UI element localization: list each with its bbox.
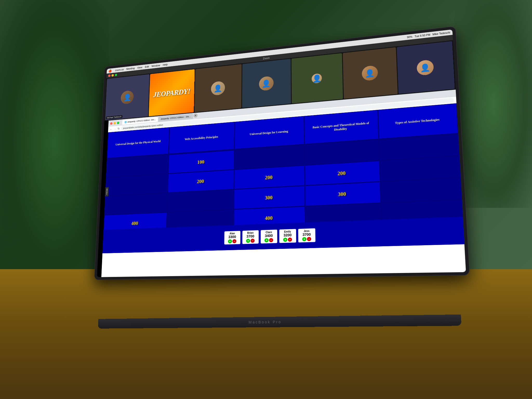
score-value: 3700 bbox=[244, 234, 257, 238]
laptop: 🍎 zoom.us Meeting View Edit Window Help … bbox=[78, 31, 468, 343]
score-plus-button[interactable]: + bbox=[302, 237, 306, 241]
menubar-app-name[interactable]: zoom.us bbox=[115, 68, 124, 72]
jeopardy-cell[interactable]: 200 bbox=[234, 165, 305, 189]
score-buttons: + − bbox=[244, 238, 257, 243]
laptop-brand-text: MacBook Pro bbox=[98, 315, 462, 329]
menubar-meeting[interactable]: Meeting bbox=[126, 67, 135, 70]
jeopardy-cell[interactable]: 200 bbox=[168, 170, 234, 193]
participant-tile bbox=[242, 59, 291, 108]
chrome-close-button[interactable] bbox=[110, 122, 112, 125]
menu-tab[interactable]: MENU bbox=[105, 187, 109, 196]
chrome-tab-label: 🌐 Jeopardy: CPACC Edition: Jeo... bbox=[124, 118, 156, 123]
new-tab-button[interactable]: + bbox=[193, 113, 197, 118]
maximize-button[interactable] bbox=[115, 74, 117, 76]
zoom-title: Zoom bbox=[263, 56, 270, 60]
score-value: 3700 bbox=[300, 232, 314, 237]
score-minus-button[interactable]: − bbox=[251, 238, 255, 243]
score-plus-button[interactable]: + bbox=[246, 239, 250, 243]
jeopardy-cell-value: 400 bbox=[265, 215, 272, 221]
category-cell-4: Basic Concepts and Theoretical Models of… bbox=[304, 110, 379, 144]
participant-avatar bbox=[312, 73, 322, 84]
category-cell-2: Web Accessibility Principles bbox=[169, 122, 235, 154]
jeopardy-cell-value: 200 bbox=[265, 174, 272, 180]
score-card: Brian 3700 + − bbox=[242, 230, 258, 244]
jeopardy-cell[interactable] bbox=[105, 174, 168, 196]
score-value: 3300 bbox=[226, 235, 239, 239]
jeopardy-cell[interactable]: 200 bbox=[304, 161, 380, 185]
participant-tile bbox=[291, 53, 343, 103]
laptop-bezel: 🍎 zoom.us Meeting View Edit Window Help … bbox=[94, 26, 470, 280]
jeopardy-cell-value: 100 bbox=[197, 159, 204, 165]
jeopardy-cell-value: 300 bbox=[265, 195, 272, 201]
chrome-minimize-button[interactable] bbox=[114, 122, 116, 124]
score-plus-button[interactable]: + bbox=[228, 239, 232, 243]
jeopardy-cell-value: 200 bbox=[197, 178, 204, 184]
clock: Tue 6:50 PM bbox=[415, 33, 430, 38]
menubar-view[interactable]: View bbox=[137, 66, 142, 69]
menubar-help[interactable]: Help bbox=[163, 63, 168, 66]
jeopardy-cell[interactable] bbox=[380, 177, 462, 203]
forward-button[interactable]: → bbox=[114, 127, 116, 131]
category-cell-3: Universal Design for Learning bbox=[234, 116, 304, 149]
score-value: 3200 bbox=[281, 233, 295, 237]
chrome-tab-label-2: Jeopardy: CPACC Edition – Dis... bbox=[161, 115, 191, 120]
jeopardy-cell[interactable] bbox=[104, 193, 168, 215]
participant-avatar bbox=[259, 76, 274, 91]
participant-name: Michael Tedeschi bbox=[106, 115, 122, 119]
score-card: Emily 3200 + − bbox=[279, 229, 296, 243]
chrome-maximize-button[interactable] bbox=[117, 122, 119, 124]
reload-button[interactable]: ↻ bbox=[117, 127, 120, 130]
score-buttons: + − bbox=[300, 237, 314, 241]
participant-avatar bbox=[211, 81, 225, 96]
menubar-edit[interactable]: Edit bbox=[145, 65, 149, 68]
score-card: Clare 3400 + − bbox=[261, 229, 277, 243]
zoom-traffic-lights bbox=[108, 74, 117, 77]
participant-tile bbox=[343, 47, 398, 99]
participant-avatar bbox=[362, 65, 378, 81]
jeopardy-cell[interactable]: 300 bbox=[234, 186, 305, 209]
jeopardy-cell[interactable] bbox=[167, 189, 234, 212]
back-button[interactable]: ← bbox=[110, 128, 112, 131]
chrome-traffic-lights bbox=[110, 122, 119, 125]
score-card: Alan 3300 + − bbox=[224, 231, 240, 244]
score-plus-button[interactable]: + bbox=[264, 238, 269, 242]
apple-logo-icon: 🍎 bbox=[108, 69, 112, 73]
category-cell-1: Universal Design for the Physical World bbox=[107, 127, 169, 158]
score-minus-button[interactable]: − bbox=[288, 237, 292, 242]
jeopardy-logo-tile: JEOPARDY! bbox=[149, 69, 195, 116]
close-button[interactable] bbox=[108, 74, 110, 77]
participant-tile bbox=[194, 64, 242, 112]
score-buttons: + − bbox=[262, 238, 276, 242]
username: Mike Tedeschi bbox=[433, 31, 450, 36]
battery-status: 90% bbox=[407, 35, 412, 39]
category-label-3: Universal Design for Learning bbox=[250, 130, 288, 136]
category-label-1: Universal Design for the Physical World bbox=[116, 139, 161, 147]
minimize-button[interactable] bbox=[111, 74, 114, 77]
participant-avatar bbox=[416, 59, 434, 76]
score-buttons: + − bbox=[226, 239, 239, 243]
category-cell-5: Types of Assistive Technologies bbox=[378, 103, 458, 139]
score-card: Jess 3700 + − bbox=[298, 228, 315, 242]
laptop-base: MacBook Pro bbox=[98, 315, 462, 329]
jeopardy-cell-value: 400 bbox=[131, 221, 138, 226]
jeopardy-cell-value: 200 bbox=[337, 170, 345, 176]
score-value: 3400 bbox=[262, 233, 276, 238]
jeopardy-logo-text: JEOPARDY! bbox=[153, 87, 190, 99]
jeopardy-cell[interactable]: 300 bbox=[305, 182, 381, 206]
score-minus-button[interactable]: − bbox=[307, 237, 311, 241]
participant-tile: Michael Tedeschi bbox=[105, 74, 149, 120]
category-label-4: Basic Concepts and Theoretical Models of… bbox=[307, 121, 376, 134]
score-plus-button[interactable]: + bbox=[283, 237, 287, 242]
score-buttons: + − bbox=[281, 237, 295, 242]
menubar-window[interactable]: Window bbox=[151, 64, 160, 68]
laptop-screen: 🍎 zoom.us Meeting View Edit Window Help … bbox=[97, 29, 466, 277]
category-label-2: Web Accessibility Principles bbox=[185, 135, 218, 141]
participant-avatar bbox=[121, 90, 134, 104]
category-label-5: Types of Assistive Technologies bbox=[395, 118, 440, 125]
score-minus-button[interactable]: − bbox=[232, 239, 236, 243]
participant-tile bbox=[397, 41, 455, 94]
chrome-window: 🌐 Jeopardy: CPACC Edition: Jeo... Jeopar… bbox=[101, 90, 466, 277]
jeopardy-cell-value: 300 bbox=[338, 191, 346, 197]
score-minus-button[interactable]: − bbox=[269, 238, 273, 242]
